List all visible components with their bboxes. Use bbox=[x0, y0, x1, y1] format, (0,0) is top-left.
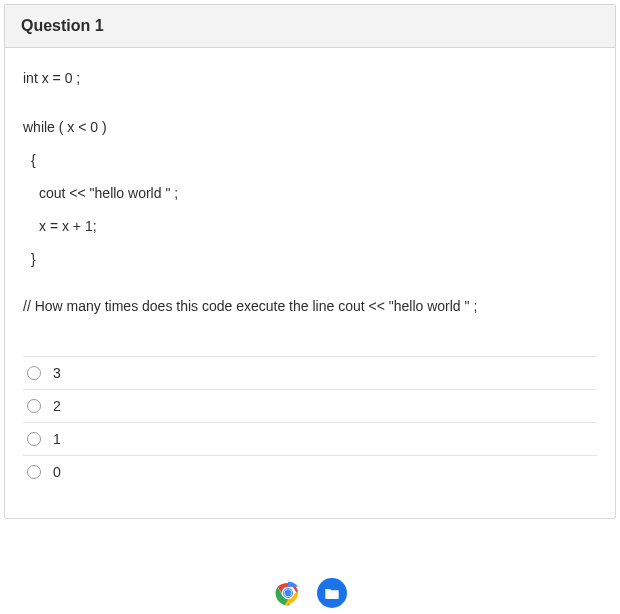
taskbar bbox=[0, 572, 620, 614]
option-radio[interactable] bbox=[27, 432, 41, 446]
code-comment: // How many times does this code execute… bbox=[23, 298, 597, 314]
option-row[interactable]: 0 bbox=[23, 456, 597, 488]
option-label: 3 bbox=[53, 365, 61, 381]
code-line-open-brace: { bbox=[23, 150, 597, 171]
file-explorer-icon[interactable] bbox=[317, 578, 347, 608]
option-radio[interactable] bbox=[27, 399, 41, 413]
svg-point-3 bbox=[285, 590, 292, 597]
chrome-icon[interactable] bbox=[273, 578, 303, 608]
option-row[interactable]: 2 bbox=[23, 390, 597, 423]
option-label: 0 bbox=[53, 464, 61, 480]
question-body: int x = 0 ; while ( x < 0 ) { cout << "h… bbox=[5, 48, 615, 518]
code-line-close-brace: } bbox=[23, 249, 597, 270]
code-block: while ( x < 0 ) { cout << "hello world "… bbox=[23, 117, 597, 270]
code-line-stmt1: cout << "hello world " ; bbox=[23, 183, 597, 204]
question-header: Question 1 bbox=[5, 5, 615, 48]
answer-options: 3 2 1 0 bbox=[23, 356, 597, 488]
option-radio[interactable] bbox=[27, 366, 41, 380]
question-card: Question 1 int x = 0 ; while ( x < 0 ) {… bbox=[4, 4, 616, 519]
code-line-decl: int x = 0 ; bbox=[23, 68, 597, 89]
option-radio[interactable] bbox=[27, 465, 41, 479]
code-line-while: while ( x < 0 ) bbox=[23, 117, 597, 138]
option-label: 1 bbox=[53, 431, 61, 447]
code-line-stmt2: x = x + 1; bbox=[23, 216, 597, 237]
option-row[interactable]: 3 bbox=[23, 357, 597, 390]
option-label: 2 bbox=[53, 398, 61, 414]
question-title: Question 1 bbox=[21, 17, 599, 35]
option-row[interactable]: 1 bbox=[23, 423, 597, 456]
